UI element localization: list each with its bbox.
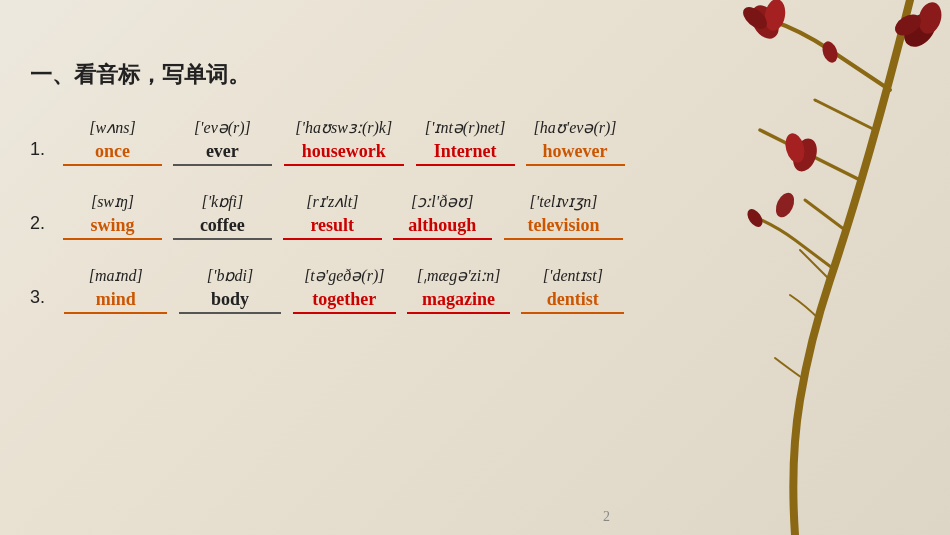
vocab-row: 3.[maɪnd]mind['bɒdi]body[tə'geðə(r)]toge… bbox=[30, 266, 630, 314]
vocab-word: ever bbox=[173, 141, 272, 166]
vocab-item: [haʊ'evə(r)]however bbox=[520, 118, 630, 166]
vocab-item: ['telɪvɪʒn]television bbox=[497, 192, 630, 240]
vocab-item: ['kɒfi]coffee bbox=[167, 192, 277, 240]
phonetic: ['haʊswɜː(r)k] bbox=[295, 118, 392, 137]
row-number: 2. bbox=[30, 213, 57, 234]
vocab-item: ['evə(r)]ever bbox=[167, 118, 277, 166]
branch-decoration bbox=[630, 0, 950, 535]
vocab-word: body bbox=[179, 289, 282, 314]
phonetic: ['bɒdi] bbox=[207, 266, 253, 285]
phonetic: [maɪnd] bbox=[89, 266, 143, 285]
row-number: 3. bbox=[30, 287, 59, 308]
vocab-word: once bbox=[63, 141, 162, 166]
vocab-item: [ɔːl'ðəʊ]although bbox=[387, 192, 497, 240]
vocab-word: swing bbox=[63, 215, 162, 240]
vocab-word: however bbox=[526, 141, 625, 166]
page-number: 2 bbox=[603, 509, 610, 525]
phonetic: [ɔːl'ðəʊ] bbox=[411, 192, 473, 211]
vocab-item: ['haʊswɜː(r)k]housework bbox=[277, 118, 410, 166]
phonetic: [wʌns] bbox=[89, 118, 135, 137]
phonetic: ['kɒfi] bbox=[201, 192, 243, 211]
main-content: 一、看音标，写单词。 1.[wʌns]once['evə(r)]ever['ha… bbox=[30, 60, 630, 340]
vocab-row: 2.[swɪŋ]swing['kɒfi]coffee[rɪ'zʌlt]resul… bbox=[30, 192, 630, 240]
vocab-item: ['bɒdi]body bbox=[173, 266, 287, 314]
vocab-word: result bbox=[283, 215, 382, 240]
phonetic: ['dentɪst] bbox=[543, 266, 603, 285]
vocab-item: ['dentɪst]dentist bbox=[516, 266, 630, 314]
vocab-word: although bbox=[393, 215, 492, 240]
vocab-word: Internet bbox=[416, 141, 515, 166]
vocab-item: [rɪ'zʌlt]result bbox=[277, 192, 387, 240]
vocab-section: 1.[wʌns]once['evə(r)]ever['haʊswɜː(r)k]h… bbox=[30, 118, 630, 340]
vocab-item: [swɪŋ]swing bbox=[57, 192, 167, 240]
phonetic: ['evə(r)] bbox=[194, 118, 251, 137]
vocab-item: [wʌns]once bbox=[57, 118, 167, 166]
phonetic: [tə'geðə(r)] bbox=[304, 266, 384, 285]
vocab-item: ['ɪntə(r)net]Internet bbox=[410, 118, 520, 166]
phonetic: [rɪ'zʌlt] bbox=[306, 192, 358, 211]
vocab-word: mind bbox=[64, 289, 167, 314]
phonetic: ['ɪntə(r)net] bbox=[425, 118, 506, 137]
row-number: 1. bbox=[30, 139, 57, 160]
svg-point-9 bbox=[772, 190, 797, 220]
vocab-word: dentist bbox=[521, 289, 624, 314]
vocab-row: 1.[wʌns]once['evə(r)]ever['haʊswɜː(r)k]h… bbox=[30, 118, 630, 166]
vocab-word: television bbox=[504, 215, 624, 240]
vocab-word: coffee bbox=[173, 215, 272, 240]
phonetic: ['telɪvɪʒn] bbox=[530, 192, 598, 211]
vocab-item: [ˌmægə'ziːn]magazine bbox=[401, 266, 515, 314]
phonetic: [ˌmægə'ziːn] bbox=[417, 266, 501, 285]
vocab-word: together bbox=[293, 289, 396, 314]
vocab-word: magazine bbox=[407, 289, 510, 314]
section-title: 一、看音标，写单词。 bbox=[30, 60, 630, 90]
svg-point-10 bbox=[744, 206, 765, 229]
vocab-word: housework bbox=[284, 141, 404, 166]
phonetic: [swɪŋ] bbox=[91, 192, 134, 211]
phonetic: [haʊ'evə(r)] bbox=[534, 118, 617, 137]
vocab-item: [tə'geðə(r)]together bbox=[287, 266, 401, 314]
vocab-item: [maɪnd]mind bbox=[59, 266, 173, 314]
